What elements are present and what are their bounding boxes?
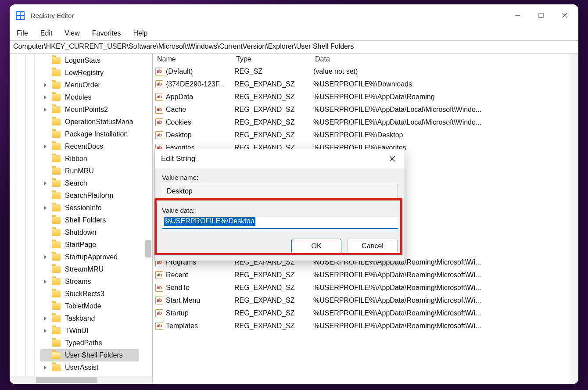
tree-item[interactable]: RecentDocs <box>40 140 152 153</box>
value-name-field: Desktop <box>162 184 398 199</box>
value-row[interactable]: ab{374DE290-123F...REG_EXPAND_SZ%USERPRO… <box>153 78 578 90</box>
value-type: REG_SZ <box>234 68 313 75</box>
folder-icon <box>52 94 61 101</box>
dialog-close-button[interactable] <box>386 153 398 165</box>
value-data: %USERPROFILE%\AppData\Roaming\Microsoft\… <box>313 284 578 292</box>
folder-icon <box>52 217 61 224</box>
menu-view[interactable]: View <box>63 29 81 38</box>
tree-item[interactable]: TypedPaths <box>40 337 152 349</box>
value-row[interactable]: abAppDataREG_EXPAND_SZ%USERPROFILE%\AppD… <box>153 90 578 103</box>
value-row[interactable]: abRecentREG_EXPAND_SZ%USERPROFILE%\AppDa… <box>153 268 578 281</box>
tree-item[interactable]: SessionInfo <box>40 202 152 214</box>
tree-item[interactable]: LowRegistry <box>40 67 152 79</box>
value-row[interactable]: abTemplatesREG_EXPAND_SZ%USERPROFILE%\Ap… <box>153 319 578 332</box>
value-row[interactable]: abCacheREG_EXPAND_SZ%USERPROFILE%\AppDat… <box>153 103 578 116</box>
col-type[interactable]: Type <box>234 54 313 64</box>
menu-edit[interactable]: Edit <box>39 29 54 38</box>
tree-item-label: TabletMode <box>65 302 101 310</box>
tree-item[interactable]: MenuOrder <box>40 79 152 91</box>
tree-item[interactable]: Shell Folders <box>40 214 152 226</box>
value-name: Recent <box>166 271 188 279</box>
tree-item[interactable]: SearchPlatform <box>40 190 152 202</box>
folder-icon <box>52 303 61 310</box>
dialog-title: Edit String <box>161 154 195 163</box>
folder-icon <box>52 241 61 248</box>
tree-item[interactable]: Ribbon <box>40 153 152 165</box>
folder-icon <box>52 254 61 261</box>
maximize-button[interactable] <box>529 6 553 25</box>
tree-item[interactable]: RunMRU <box>40 165 152 177</box>
menu-file[interactable]: File <box>15 29 30 38</box>
tree-item[interactable]: StuckRects3 <box>40 288 152 300</box>
menu-help[interactable]: Help <box>132 29 150 38</box>
address-bar[interactable]: Computer\HKEY_CURRENT_USER\Software\Micr… <box>10 40 578 54</box>
tree-item[interactable]: Taskband <box>40 312 152 325</box>
value-row[interactable]: abStartupREG_EXPAND_SZ%USERPROFILE%\AppD… <box>153 307 578 319</box>
tree-item-label: Streams <box>65 278 91 286</box>
folder-icon <box>52 290 61 297</box>
folder-icon <box>52 118 61 125</box>
value-row[interactable]: abStart MenuREG_EXPAND_SZ%USERPROFILE%\A… <box>153 294 578 307</box>
value-row[interactable]: ab(Default)REG_SZ(value not set) <box>153 65 578 78</box>
list-vscrollbar[interactable] <box>570 54 578 384</box>
values-pane: Name Type Data ab(Default)REG_SZ(value n… <box>153 54 578 384</box>
tree-hscrollbar[interactable] <box>10 376 152 384</box>
tree-item-label: User Shell Folders <box>65 351 123 359</box>
tree-item[interactable]: StartupApproved <box>40 251 152 263</box>
value-data: %USERPROFILE%\AppData\Roaming\Microsoft\… <box>313 322 578 330</box>
value-name: Cookies <box>166 118 191 126</box>
folder-icon <box>52 168 61 175</box>
ok-button[interactable]: OK <box>291 239 341 254</box>
tree-item[interactable]: Shutdown <box>40 226 152 239</box>
tree-hscroll-thumb[interactable] <box>36 377 97 383</box>
cancel-button[interactable]: Cancel <box>348 239 398 254</box>
tree-item[interactable]: Modules <box>40 91 152 104</box>
tree-item[interactable]: StreamMRU <box>40 263 152 276</box>
string-value-icon: ab <box>155 93 163 101</box>
value-name: Desktop <box>166 131 192 139</box>
value-type: REG_EXPAND_SZ <box>234 118 313 126</box>
close-button[interactable] <box>553 6 577 25</box>
app-icon <box>16 11 25 20</box>
value-type: REG_EXPAND_SZ <box>234 284 313 292</box>
col-data[interactable]: Data <box>313 54 578 64</box>
tree-item[interactable]: OperationStatusMana <box>40 116 152 128</box>
folder-icon <box>52 131 61 138</box>
value-row[interactable]: abSendToREG_EXPAND_SZ%USERPROFILE%\AppDa… <box>153 281 578 294</box>
menu-favorites[interactable]: Favorites <box>90 29 123 38</box>
value-name: (Default) <box>166 68 193 75</box>
value-row[interactable]: abCookiesREG_EXPAND_SZ%USERPROFILE%\AppD… <box>153 116 578 129</box>
minimize-button[interactable] <box>506 6 529 25</box>
string-value-icon: ab <box>155 284 163 292</box>
tree-item[interactable]: TWinUI <box>40 325 152 337</box>
folder-icon <box>52 192 61 199</box>
tree-item[interactable]: LogonStats <box>40 54 152 67</box>
tree-item[interactable]: Package Installation <box>40 128 152 140</box>
svg-rect-1 <box>539 13 543 18</box>
string-value-icon: ab <box>155 68 163 75</box>
value-name: {374DE290-123F... <box>166 80 225 88</box>
tree-vscroll-thumb[interactable] <box>145 240 151 258</box>
value-name: AppData <box>166 93 193 101</box>
value-data-input[interactable]: %USERPROFILE%\Desktop <box>162 217 398 229</box>
value-row[interactable]: abDesktopREG_EXPAND_SZ%USERPROFILE%\Desk… <box>153 129 578 141</box>
value-data: %USERPROFILE%\AppData\Roaming\Microsoft\… <box>313 271 578 279</box>
tree-item-label: LowRegistry <box>65 69 104 77</box>
tree-item[interactable]: UserAssist <box>40 361 152 374</box>
folder-icon <box>52 327 61 334</box>
col-name[interactable]: Name <box>155 54 234 64</box>
tree-item[interactable]: Streams <box>40 276 152 288</box>
tree-item-label: Ribbon <box>65 155 87 163</box>
tree-item[interactable]: StartPage <box>40 239 152 251</box>
folder-icon <box>52 143 61 150</box>
value-data: %USERPROFILE%\Desktop <box>313 131 578 139</box>
tree-item[interactable]: MountPoints2 <box>40 104 152 116</box>
tree-item-label: StartPage <box>65 241 96 249</box>
titlebar: Registry Editor <box>10 4 578 26</box>
column-headers: Name Type Data <box>153 54 578 65</box>
tree-item[interactable]: TabletMode <box>40 300 152 312</box>
tree-item[interactable]: Search <box>40 177 152 190</box>
tree-item[interactable]: User Shell Folders <box>40 349 139 361</box>
folder-icon <box>52 340 61 347</box>
tree-item-label: RecentDocs <box>65 143 103 150</box>
